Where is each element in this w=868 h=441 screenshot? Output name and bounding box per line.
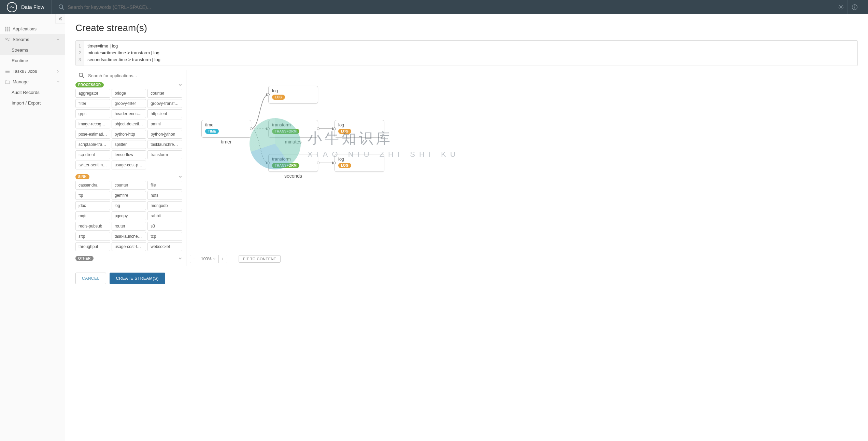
port-out[interactable] <box>250 127 253 130</box>
palette-item[interactable]: groovy-filter <box>112 99 146 108</box>
palette-item[interactable]: header-enricher <box>112 109 146 118</box>
node-title: transform <box>272 156 314 162</box>
graph-canvas[interactable]: log LOG time TIME timer transform TRANSF… <box>186 70 858 266</box>
zoom-out-button[interactable]: − <box>190 255 198 263</box>
nav-streams[interactable]: Streams <box>0 34 65 45</box>
info-button[interactable] <box>848 0 861 14</box>
node-minutes-log[interactable]: log LOG <box>335 120 384 138</box>
palette-item[interactable]: counter <box>147 89 182 98</box>
palette-item[interactable]: grpc <box>75 109 110 118</box>
palette-item[interactable]: jdbc <box>75 201 110 210</box>
palette-item[interactable]: router <box>112 222 146 231</box>
palette-item[interactable]: groovy-transform <box>147 99 182 108</box>
nav-tasks-jobs[interactable]: Tasks / Jobs <box>0 66 65 77</box>
palette-item[interactable]: usage-cost-logg… <box>112 242 146 251</box>
search-icon <box>58 4 65 10</box>
nav-label: Streams <box>13 37 29 42</box>
palette-item[interactable]: filter <box>75 99 110 108</box>
palette-item[interactable]: tensorflow <box>112 150 146 159</box>
port-in[interactable] <box>267 162 270 164</box>
palette-item[interactable]: scriptable-transf… <box>75 140 110 149</box>
section-badge: SINK <box>75 174 89 179</box>
node-title: log <box>272 88 314 93</box>
palette-item[interactable]: tcp <box>147 232 182 241</box>
global-search-input[interactable] <box>68 4 834 10</box>
chevron-double-left-icon <box>58 17 62 21</box>
svg-rect-6 <box>5 27 6 28</box>
palette-item[interactable]: pose-estimation <box>75 130 110 139</box>
port-in[interactable] <box>267 93 270 96</box>
palette-item[interactable]: ftp <box>75 191 110 200</box>
palette-item[interactable]: gemfire <box>112 191 146 200</box>
nav-label: Audit Records <box>12 90 40 95</box>
nav-manage[interactable]: Manage <box>0 77 65 87</box>
nav-audit-records[interactable]: Audit Records <box>0 87 65 98</box>
palette-item[interactable]: rabbit <box>147 211 182 220</box>
palette-item[interactable]: redis-pubsub <box>75 222 110 231</box>
settings-button[interactable] <box>834 0 848 14</box>
palette-item[interactable]: sftp <box>75 232 110 241</box>
section-header-sink[interactable]: SINK <box>75 173 182 181</box>
chevron-down-icon <box>213 258 216 260</box>
nav-applications[interactable]: Applications <box>0 24 65 34</box>
node-seconds-log[interactable]: log LOG <box>335 154 384 172</box>
port-out[interactable] <box>317 127 319 130</box>
palette-item[interactable]: s3 <box>147 222 182 231</box>
palette-item[interactable]: websocket <box>147 242 182 251</box>
palette-item[interactable]: throughput <box>75 242 110 251</box>
palette-item[interactable]: bridge <box>112 89 146 98</box>
palette-item[interactable]: usage-cost-proc… <box>112 161 146 169</box>
create-streams-button[interactable]: CREATE STREAM(S) <box>110 273 165 284</box>
nav-import-export[interactable]: Import / Export <box>0 98 65 108</box>
palette-item[interactable]: pmml <box>147 120 182 128</box>
nav-streams-sub[interactable]: Streams <box>0 45 65 55</box>
palette-item[interactable]: python-jython <box>147 130 182 139</box>
palette-item[interactable]: tcp-client <box>75 150 110 159</box>
code-content[interactable]: timer=time | log minutes=:timer.time > t… <box>84 41 857 66</box>
sidebar-collapse-button[interactable] <box>55 14 65 24</box>
palette-item[interactable]: cassandra <box>75 181 110 190</box>
svg-rect-13 <box>7 30 8 31</box>
port-in[interactable] <box>267 127 270 130</box>
palette-search-input[interactable] <box>88 73 179 78</box>
zoom-dropdown[interactable]: 100% <box>198 255 219 263</box>
palette-item[interactable]: transform <box>147 150 182 159</box>
palette-item[interactable]: tasklaunchreque… <box>147 140 182 149</box>
palette-item[interactable]: python-http <box>112 130 146 139</box>
palette-item[interactable]: aggregator <box>75 89 110 98</box>
dsl-code-editor[interactable]: 123 timer=time | log minutes=:timer.time… <box>75 40 858 66</box>
palette-item[interactable]: counter <box>112 181 146 190</box>
nav-label: Tasks / Jobs <box>13 69 37 74</box>
svg-point-5 <box>854 5 855 6</box>
node-seconds-transform[interactable]: transform TRANSFORM <box>268 154 318 172</box>
svg-rect-9 <box>5 28 6 30</box>
palette-item[interactable]: task-launcher-d… <box>112 232 146 241</box>
port-in[interactable] <box>333 127 336 130</box>
port-out[interactable] <box>317 162 319 164</box>
palette-item[interactable]: mongodb <box>147 201 182 210</box>
node-time[interactable]: time TIME <box>201 120 251 138</box>
palette-item[interactable]: log <box>112 201 146 210</box>
zoom-in-button[interactable]: + <box>219 255 227 263</box>
folder-icon <box>5 80 10 84</box>
palette-item[interactable]: object-detection <box>112 120 146 128</box>
section-header-other[interactable]: OTHER <box>75 254 182 262</box>
stream-label-seconds: seconds <box>268 173 318 179</box>
palette-item[interactable]: httpclient <box>147 109 182 118</box>
palette-item[interactable]: mqtt <box>75 211 110 220</box>
app-logo <box>7 2 17 12</box>
cancel-button[interactable]: CANCEL <box>75 273 106 284</box>
port-in[interactable] <box>333 162 336 164</box>
nav-runtime[interactable]: Runtime <box>0 55 65 66</box>
node-timer-log[interactable]: log LOG <box>268 86 318 104</box>
palette-item[interactable]: splitter <box>112 140 146 149</box>
fit-to-content-button[interactable]: FIT TO CONTENT <box>239 255 281 263</box>
node-minutes-transform[interactable]: transform TRANSFORM <box>268 120 318 138</box>
nav-label: Streams <box>12 47 28 53</box>
palette-item[interactable]: pgcopy <box>112 211 146 220</box>
section-header-processor[interactable]: PROCESSOR <box>75 81 182 89</box>
palette-item[interactable]: image-recogniti… <box>75 120 110 128</box>
palette-item[interactable]: file <box>147 181 182 190</box>
palette-item[interactable]: twitter-sentiment <box>75 161 110 169</box>
palette-item[interactable]: hdfs <box>147 191 182 200</box>
